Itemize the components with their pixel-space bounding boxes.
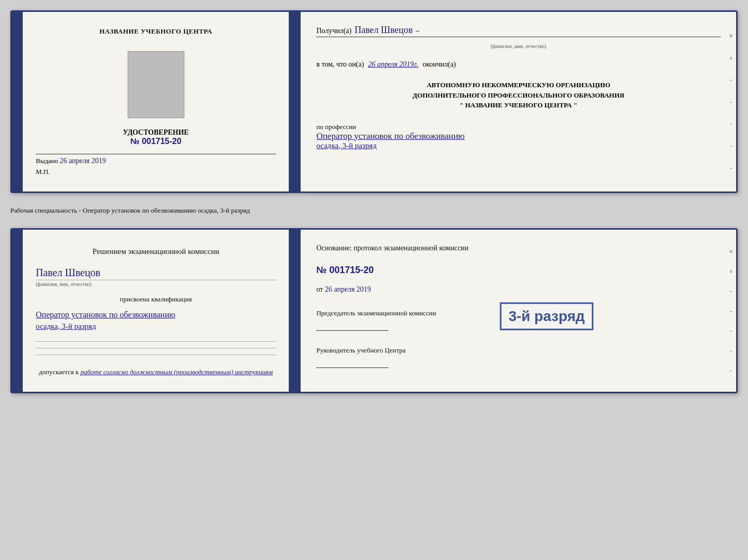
decision-text: Решением экзаменационной комиссии [36, 245, 276, 258]
org-line3: " НАЗВАНИЕ УЧЕБНОГО ЦЕНТРА " [316, 100, 721, 110]
dash-top: – [416, 27, 419, 35]
issued-line: Выдано 26 апреля 2019 [36, 154, 276, 165]
side-char-6: – [726, 143, 736, 149]
side-char-5: – [726, 121, 736, 126]
person-sublabel-top: (фамилия, имя, отчество) [316, 43, 721, 49]
top-left-title: НАЗВАНИЕ УЧЕБНОГО ЦЕНТРА [99, 27, 212, 36]
finished-text: окончил(а) [423, 60, 456, 69]
top-doc-right-panel: Получил(а) Павел Швецов – (фамилия, имя,… [301, 12, 736, 191]
from-date-prefix: от [316, 285, 323, 293]
profession-line2: осадка, 3-й разряд [316, 141, 721, 150]
binding-strip-center-bottom [290, 230, 301, 392]
side-char-b4: – [726, 308, 736, 314]
side-char-b7: – [726, 367, 736, 373]
side-char-b3: ← [726, 288, 736, 294]
side-char-2: а [726, 55, 736, 60]
completion-date: 26 апреля 2019г. [368, 60, 418, 69]
org-line2: ДОПОЛНИТЕЛЬНОГО ПРОФЕССИОНАЛЬНОГО ОБРАЗО… [316, 90, 721, 101]
cert-label: УДОСТОВЕРЕНИЕ [123, 129, 189, 137]
mp-label: М.П. [36, 168, 50, 176]
top-document: НАЗВАНИЕ УЧЕБНОГО ЦЕНТРА УДОСТОВЕРЕНИЕ №… [10, 10, 738, 193]
bottom-doc-right-panel: Основание: протокол экзаменационной коми… [301, 230, 736, 392]
org-block: АВТОНОМНУЮ НЕКОММЕРЧЕСКУЮ ОРГАНИЗАЦИЮ ДО… [316, 80, 721, 110]
from-date-row: от 26 апреля 2019 [316, 285, 721, 294]
protocol-number: № 001715-20 [316, 265, 721, 276]
side-char-1: и [726, 33, 736, 38]
right-side-decorations: и а ← – – – – [726, 12, 736, 191]
side-char-4: – [726, 99, 736, 105]
head-sign-line [316, 358, 388, 368]
bottom-doc-left-panel: Решением экзаменационной комиссии Павел … [23, 230, 290, 392]
person-name-top: Павел Швецов [354, 25, 413, 36]
profession-block: по профессии Оператор установок по обезв… [316, 123, 721, 150]
side-char-7: – [726, 165, 736, 171]
head-label: Руководитель учебного Центра [316, 346, 721, 368]
qual-line2: осадка, 3-й разряд [36, 322, 276, 331]
qualification-block: Оператор установок по обезвоживанию осад… [36, 308, 276, 331]
separator-text: Рабочая специальность - Оператор установ… [10, 202, 738, 219]
received-row: Получил(а) Павел Швецов – [316, 25, 721, 37]
binding-strip-center-top [290, 12, 301, 191]
stamp-text: 3-й разряд [508, 308, 585, 324]
person-sublabel-bottom: (фамилия, имя, отчество) [36, 281, 276, 287]
side-char-3: ← [726, 77, 736, 83]
assigned-label: присвоена квалификация [120, 295, 192, 303]
issued-label: Выдано [36, 157, 58, 165]
sign-lines-block [36, 340, 276, 356]
binding-strip-left [12, 12, 23, 191]
received-prefix: Получил(а) [316, 27, 351, 35]
cert-title-block: УДОСТОВЕРЕНИЕ № 001715-20 [123, 129, 189, 146]
in-that-row: в том, что он(а) 26 апреля 2019г. окончи… [316, 60, 721, 69]
basis-title: Основание: протокол экзаменационной коми… [316, 243, 721, 253]
cert-number: № 001715-20 [130, 137, 181, 146]
person-block-bottom: Павел Швецов (фамилия, имя, отчество) [36, 264, 276, 287]
issued-date: 26 апреля 2019 [60, 157, 106, 165]
from-date-value: 26 апреля 2019 [325, 285, 371, 293]
org-line1: АВТОНОМНУЮ НЕКОММЕРЧЕСКУЮ ОРГАНИЗАЦИЮ [316, 80, 721, 90]
allowed-prefix: допускается к [39, 368, 79, 376]
side-char-b5: – [726, 328, 736, 333]
in-that-text: в том, что он(а) [316, 60, 364, 69]
bottom-document: Решением экзаменационной комиссии Павел … [10, 228, 738, 393]
right-side-decorations-bottom: и а ← – – – – [726, 230, 736, 392]
side-char-b2: а [726, 268, 736, 274]
profession-line1: Оператор установок по обезвоживанию [316, 131, 721, 141]
binding-strip-left-bottom [12, 230, 23, 392]
qualification-stamp: 3-й разряд [500, 302, 594, 330]
side-char-b6: – [726, 348, 736, 354]
chairman-sign-line [316, 321, 388, 331]
side-char-b1: и [726, 248, 736, 254]
profession-prefix: по профессии [316, 123, 721, 131]
allowed-line: допускается к работе согласно должностны… [39, 368, 273, 376]
head-text: Руководитель учебного Центра [316, 346, 721, 355]
allowed-text: работе согласно должностным (производств… [81, 368, 273, 376]
photo-placeholder [128, 51, 184, 118]
top-doc-left-panel: НАЗВАНИЕ УЧЕБНОГО ЦЕНТРА УДОСТОВЕРЕНИЕ №… [23, 12, 290, 191]
person-name-bottom: Павел Швецов [36, 267, 276, 279]
qual-line1: Оператор установок по обезвоживанию [36, 310, 276, 319]
